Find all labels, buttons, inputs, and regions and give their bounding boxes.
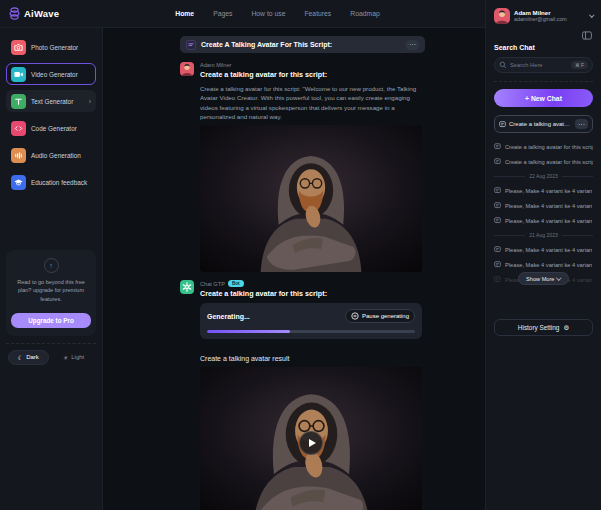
collapse-panel-button[interactable] bbox=[581, 30, 593, 41]
light-mode-button[interactable]: ☀ Light bbox=[53, 350, 94, 365]
keyboard-shortcut-badge: ⌘ F bbox=[571, 61, 588, 69]
sidebar-item-text-generator[interactable]: Text Generator › bbox=[6, 90, 96, 112]
user-avatar-small bbox=[494, 8, 510, 24]
play-icon bbox=[309, 439, 316, 447]
left-sidebar: Photo Generator Video Generator Text Gen… bbox=[0, 28, 103, 510]
sidebar-item-audio-generation[interactable]: Audio Generation bbox=[6, 144, 96, 166]
logo[interactable]: AiWave bbox=[0, 7, 100, 20]
chatgpt-avatar bbox=[180, 280, 194, 294]
user-message-content: Adam Milner Create a talking avatar for … bbox=[200, 62, 422, 121]
bot-badge: Bot bbox=[228, 280, 244, 287]
show-more-label: Show More bbox=[526, 276, 554, 282]
chevron-down-icon bbox=[589, 12, 594, 17]
upgrade-card: ↑ Read to go beyond this free plan? upgr… bbox=[6, 250, 96, 336]
video-camera-icon bbox=[11, 67, 26, 82]
chat-column: Create A Talking Avatar For This Script:… bbox=[180, 36, 425, 510]
sidebar-item-label: Code Generator bbox=[31, 125, 77, 132]
user-info: Adam Milner adamilner@gmail.com bbox=[514, 9, 567, 23]
user-avatar bbox=[180, 62, 194, 76]
user-message-author: Adam Milner bbox=[200, 62, 422, 68]
pause-label: Pause generating bbox=[362, 313, 409, 319]
app-root: AiWave Home Pages How to use Features Ro… bbox=[0, 0, 601, 510]
history-item-label: Please, Make 4 variant ke 4 varian bbox=[505, 247, 592, 253]
search-chat-title: Search Chat bbox=[494, 44, 593, 51]
up-arrow-icon: ↑ bbox=[44, 258, 59, 273]
history-date-divider: 21 Aug 2023 bbox=[494, 228, 593, 242]
text-icon bbox=[11, 94, 26, 109]
user-message-title: Create a talking avatar for this script: bbox=[200, 70, 422, 79]
upgrade-text: Read to go beyond this free plan? upgrad… bbox=[11, 278, 91, 303]
active-chat-item[interactable]: Create a talking avatar for this scrip ·… bbox=[494, 115, 593, 133]
chat-title: Create A Talking Avatar For This Script: bbox=[201, 41, 401, 48]
history-item-label: Please, Make 4 variant ke 4 varian bbox=[505, 218, 592, 224]
graduation-cap-icon bbox=[11, 175, 26, 190]
avatar-source-image bbox=[200, 125, 422, 272]
history-item-label: Please, Make 4 variant ke 4 varian bbox=[505, 262, 592, 268]
history-item[interactable]: Please, Make 4 variant ke 4 varian bbox=[494, 242, 593, 257]
sun-icon: ☀ bbox=[63, 354, 68, 361]
history-item-label: Please, Make 4 variant ke 4 varian bbox=[505, 203, 592, 209]
history-item-label: Create a talking avatar for this scrip bbox=[505, 159, 593, 165]
nav-roadmap[interactable]: Roadmap bbox=[350, 10, 379, 17]
pause-circle-icon bbox=[351, 312, 359, 320]
light-label: Light bbox=[71, 354, 84, 360]
history-item[interactable]: Create a talking avatar for this scrip bbox=[494, 154, 593, 169]
history-setting-label: History Setting bbox=[518, 324, 560, 331]
history-item[interactable]: Please, Make 4 variant ke 4 varian bbox=[494, 198, 593, 213]
history-item[interactable]: Please, Make 4 variant ke 4 varian bbox=[494, 183, 593, 198]
chat-item-menu-button[interactable]: ··· bbox=[575, 119, 588, 129]
bot-message-author: Chat GTP bbox=[200, 281, 225, 287]
chat-menu-button[interactable]: ··· bbox=[406, 40, 419, 50]
user-message: Adam Milner Create a talking avatar for … bbox=[180, 62, 425, 121]
show-more-button[interactable]: Show More bbox=[518, 272, 569, 285]
chat-bubble-icon bbox=[186, 40, 196, 50]
dark-label: Dark bbox=[26, 354, 39, 360]
search-box[interactable]: ⌘ F bbox=[494, 57, 593, 73]
main-nav: Home Pages How to use Features Roadmap bbox=[100, 10, 485, 17]
chat-main: Create A Talking Avatar For This Script:… bbox=[103, 28, 485, 510]
new-chat-button[interactable]: + New Chat bbox=[494, 89, 593, 107]
moon-icon: ☾ bbox=[18, 354, 23, 361]
nav-features[interactable]: Features bbox=[304, 10, 331, 17]
chat-header: Create A Talking Avatar For This Script:… bbox=[180, 36, 425, 53]
nav-pages[interactable]: Pages bbox=[213, 10, 232, 17]
content-row: Photo Generator Video Generator Text Gen… bbox=[0, 28, 485, 510]
right-sidebar: Adam Milner adamilner@gmail.com Search C… bbox=[485, 0, 601, 510]
sidebar-item-video-generator[interactable]: Video Generator bbox=[6, 63, 96, 85]
result-video bbox=[200, 367, 422, 510]
top-navbar: AiWave Home Pages How to use Features Ro… bbox=[0, 0, 485, 28]
user-name: Adam Milner bbox=[514, 9, 567, 17]
pause-generating-button[interactable]: Pause generating bbox=[345, 309, 415, 323]
history-setting-button[interactable]: History Setting ⚙ bbox=[494, 319, 593, 336]
dark-mode-button[interactable]: ☾ Dark bbox=[8, 350, 49, 365]
history-item-label: Please, Make 4 variant ke 4 varian bbox=[505, 188, 592, 194]
bot-author-row: Chat GTP Bot bbox=[200, 280, 327, 287]
sidebar-item-label: Video Generator bbox=[31, 71, 78, 78]
bot-message-content: Chat GTP Bot Create a talking avatar for… bbox=[200, 280, 327, 298]
generating-card: Generating... Pause generating bbox=[200, 303, 422, 339]
bot-message: Chat GTP Bot Create a talking avatar for… bbox=[180, 280, 425, 298]
upgrade-to-pro-button[interactable]: Upgrade to Pro bbox=[11, 313, 91, 328]
sidebar-item-label: Education feedback bbox=[31, 179, 87, 186]
left-column: AiWave Home Pages How to use Features Ro… bbox=[0, 0, 485, 510]
generating-progress bbox=[207, 330, 415, 333]
sidebar-item-photo-generator[interactable]: Photo Generator bbox=[6, 36, 96, 58]
search-input[interactable] bbox=[510, 62, 560, 68]
search-icon bbox=[499, 61, 507, 69]
audio-waveform-icon bbox=[11, 148, 26, 163]
aiwave-logo-icon bbox=[9, 7, 20, 20]
history-item[interactable]: Please, Make 4 variant ke 4 varian bbox=[494, 257, 593, 272]
nav-home[interactable]: Home bbox=[175, 10, 194, 17]
nav-how-to-use[interactable]: How to use bbox=[251, 10, 285, 17]
history-item[interactable]: Create a talking avatar for this scrip bbox=[494, 139, 593, 154]
user-email: adamilner@gmail.com bbox=[514, 16, 567, 22]
chevron-down-icon bbox=[557, 275, 562, 280]
camera-icon bbox=[11, 40, 26, 55]
play-button[interactable] bbox=[299, 431, 323, 455]
sidebar-item-education-feedback[interactable]: Education feedback bbox=[6, 171, 96, 193]
user-account-dropdown[interactable]: Adam Milner adamilner@gmail.com bbox=[494, 2, 593, 29]
sidebar-item-label: Audio Generation bbox=[31, 152, 81, 159]
sidebar-item-code-generator[interactable]: Code Generator bbox=[6, 117, 96, 139]
bot-message-title: Create a talking avatar for this script: bbox=[200, 289, 327, 298]
history-item[interactable]: Please, Make 4 variant ke 4 varian bbox=[494, 213, 593, 228]
